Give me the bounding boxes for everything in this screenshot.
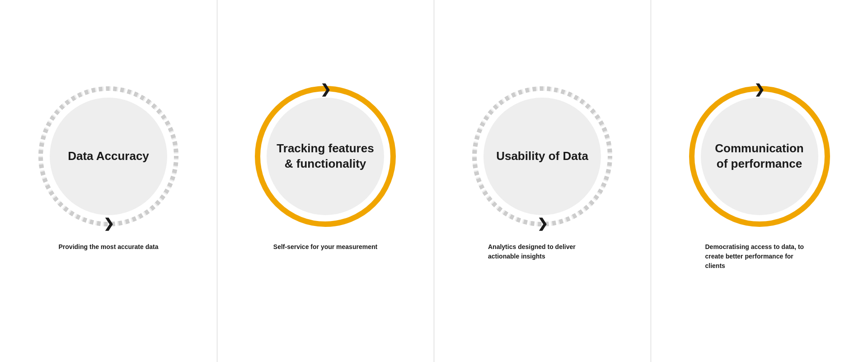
item-data-accuracy: ❯ Data Accuracy Providing the most accur… bbox=[0, 0, 217, 362]
main-container: ❯ Data Accuracy Providing the most accur… bbox=[0, 0, 868, 362]
subtitle-area-3: Analytics designed to deliver actionable… bbox=[479, 242, 605, 278]
item-usability: ❯ Usability of Data Analytics designed t… bbox=[434, 0, 651, 362]
circle-wrapper-1: ❯ Data Accuracy bbox=[36, 84, 181, 229]
arrow-top-2: ❯ bbox=[320, 82, 331, 97]
circle-inner-3: Usability of Data bbox=[483, 98, 601, 215]
subtitle-area-2: Self-service for your measurement bbox=[264, 242, 386, 278]
subtitle-3: Analytics designed to deliver actionable… bbox=[479, 242, 605, 261]
subtitle-1: Providing the most accurate data bbox=[50, 242, 168, 252]
circle-title-2: Tracking features & functionality bbox=[267, 132, 384, 181]
arrow-bottom-3: ❯ bbox=[537, 216, 548, 231]
circle-wrapper-2: ❯ Tracking features & functionality bbox=[253, 84, 398, 229]
circle-inner-4: Communication of performance bbox=[701, 98, 818, 215]
item-tracking-features: ❯ Tracking features & functionality Self… bbox=[217, 0, 434, 362]
subtitle-4: Democratising access to data, to create … bbox=[696, 242, 823, 271]
arrow-top-4: ❯ bbox=[754, 82, 765, 97]
arrow-bottom-1: ❯ bbox=[103, 216, 114, 231]
subtitle-2: Self-service for your measurement bbox=[264, 242, 386, 252]
circle-title-4: Communication of performance bbox=[701, 132, 818, 181]
item-communication: ❯ Communication of performance Democrati… bbox=[651, 0, 868, 362]
circle-title-1: Data Accuracy bbox=[59, 140, 158, 173]
circle-inner-1: Data Accuracy bbox=[50, 98, 167, 215]
subtitle-area-4: Democratising access to data, to create … bbox=[696, 242, 823, 278]
subtitle-area-1: Providing the most accurate data bbox=[50, 242, 168, 278]
circle-wrapper-4: ❯ Communication of performance bbox=[687, 84, 832, 229]
circle-inner-2: Tracking features & functionality bbox=[267, 98, 384, 215]
circle-wrapper-3: ❯ Usability of Data bbox=[470, 84, 615, 229]
circle-title-3: Usability of Data bbox=[487, 140, 597, 173]
